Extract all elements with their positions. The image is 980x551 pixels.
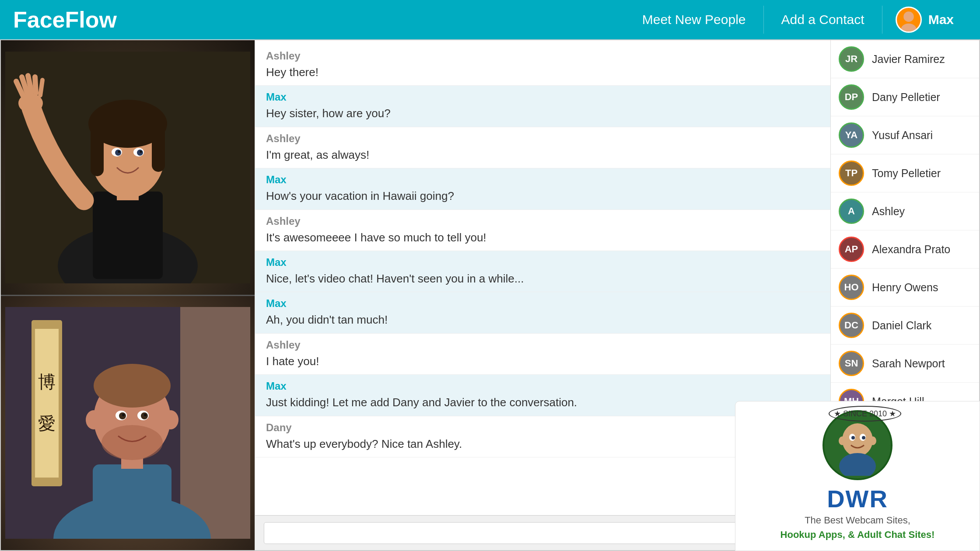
video-panel: 博 愛: [1, 40, 255, 550]
user-name-label: Max: [928, 12, 954, 27]
svg-point-47: [851, 436, 855, 439]
message-text: It's awesomeeee I have so much to tell y…: [266, 230, 819, 245]
message-group: Max Nice, let's video chat! Haven't seen…: [255, 251, 830, 292]
svg-point-41: [102, 425, 163, 460]
contact-name: Daniel Clark: [872, 319, 931, 332]
svg-rect-27: [180, 307, 250, 539]
contact-item[interactable]: SN Sarah Newport: [831, 345, 979, 383]
since-badge: ★ SINCE 2010 ★: [829, 406, 901, 422]
svg-text:博: 博: [38, 372, 56, 392]
contact-item[interactable]: YA Yusuf Ansari: [831, 116, 979, 154]
svg-point-1: [901, 23, 916, 31]
message-text: Ah, you didn't tan much!: [266, 312, 819, 328]
svg-point-40: [144, 414, 147, 416]
message-sender: Ashley: [266, 133, 819, 145]
message-sender: Ashley: [266, 339, 819, 351]
svg-rect-24: [35, 329, 59, 478]
svg-point-49: [839, 436, 846, 445]
contact-name: Sarah Newport: [872, 357, 945, 370]
message-group: Ashley I hate you!: [255, 334, 830, 375]
video-slot-top: [1, 40, 255, 295]
contact-item[interactable]: DP Dany Pelletier: [831, 78, 979, 116]
svg-point-48: [862, 436, 865, 439]
svg-point-50: [869, 436, 876, 445]
message-sender: Ashley: [266, 50, 819, 62]
svg-point-0: [903, 11, 914, 22]
svg-rect-8: [91, 119, 104, 176]
message-group: Ashley It's awesomeeee I have so much to…: [255, 210, 830, 251]
app-logo: FaceFlow: [13, 7, 625, 33]
dwr-description: The Best Webcam Sites, Hookup Apps, & Ad…: [780, 513, 935, 542]
contact-name: Javier Ramirez: [872, 53, 945, 66]
meet-new-people-button[interactable]: Meet New People: [625, 6, 764, 34]
contact-item[interactable]: JR Javier Ramirez: [831, 40, 979, 78]
user-menu[interactable]: Max: [882, 7, 967, 33]
contact-avatar: TP: [839, 160, 864, 186]
contact-item[interactable]: TP Tomy Pelletier: [831, 154, 979, 192]
contact-avatar: JR: [839, 46, 864, 72]
message-group: Ashley I'm great, as always!: [255, 127, 830, 168]
svg-rect-29: [93, 464, 172, 539]
svg-line-21: [40, 80, 42, 95]
contact-avatar: SN: [839, 351, 864, 376]
svg-text:愛: 愛: [38, 414, 56, 433]
svg-point-32: [94, 364, 171, 408]
video-person-woman: [1, 40, 255, 295]
header: FaceFlow Meet New People Add a Contact M…: [0, 0, 980, 39]
message-group: Ashley Hey there!: [255, 45, 830, 86]
dwr-title: DWR: [827, 485, 888, 513]
svg-point-15: [140, 150, 142, 153]
svg-point-14: [118, 150, 120, 153]
video-woman-figure: [1, 40, 255, 295]
contact-avatar: DP: [839, 84, 864, 110]
message-text: How's your vacation in Hawaii going?: [266, 188, 819, 204]
message-sender: Max: [266, 297, 819, 310]
svg-point-12: [115, 150, 121, 156]
video-man-figure: 博 愛: [1, 296, 255, 551]
contact-avatar: DC: [839, 313, 864, 338]
message-group: Max Hey sister, how are you?: [255, 86, 830, 127]
svg-line-20: [35, 77, 36, 93]
message-text: I'm great, as always!: [266, 147, 819, 163]
message-text: I hate you!: [266, 353, 819, 369]
dwr-advertisement[interactable]: ★ SINCE 2010 ★ DWR The B: [735, 401, 980, 551]
message-text: Hey sister, how are you?: [266, 105, 819, 121]
contact-item[interactable]: A Ashley: [831, 192, 979, 230]
svg-point-13: [137, 150, 143, 156]
message-sender: Max: [266, 380, 819, 392]
svg-point-43: [842, 423, 873, 457]
contact-avatar: YA: [839, 122, 864, 148]
user-avatar: [896, 7, 922, 33]
contact-name: Yusuf Ansari: [872, 129, 933, 142]
video-slot-bottom: 博 愛: [1, 295, 255, 551]
message-group: Max Ah, you didn't tan much!: [255, 292, 830, 333]
contact-avatar: HO: [839, 275, 864, 300]
add-contact-button[interactable]: Add a Contact: [764, 6, 882, 34]
message-text: Hey there!: [266, 64, 819, 80]
contact-avatar: AP: [839, 237, 864, 262]
contact-name: Tomy Pelletier: [872, 167, 941, 180]
message-sender: Ashley: [266, 215, 819, 227]
svg-point-33: [86, 410, 102, 429]
contact-name: Dany Pelletier: [872, 91, 940, 104]
contact-avatar: A: [839, 199, 864, 224]
contact-item[interactable]: HO Henry Owens: [831, 269, 979, 307]
message-group: Max How's your vacation in Hawaii going?: [255, 168, 830, 209]
message-sender: Max: [266, 174, 819, 186]
svg-rect-9: [152, 119, 165, 172]
contact-name: Alexandra Prato: [872, 243, 950, 256]
message-text: Nice, let's video chat! Haven't seen you…: [266, 271, 819, 286]
message-sender: Max: [266, 91, 819, 103]
contact-name: Henry Owens: [872, 281, 938, 294]
contact-item[interactable]: DC Daniel Clark: [831, 307, 979, 345]
svg-line-19: [28, 76, 32, 92]
contact-item[interactable]: AP Alexandra Prato: [831, 230, 979, 269]
video-person-man: 博 愛: [1, 296, 255, 551]
message-sender: Max: [266, 256, 819, 269]
contact-name: Ashley: [872, 205, 905, 218]
svg-rect-4: [93, 192, 163, 279]
svg-point-34: [163, 410, 178, 429]
svg-point-39: [122, 414, 125, 416]
